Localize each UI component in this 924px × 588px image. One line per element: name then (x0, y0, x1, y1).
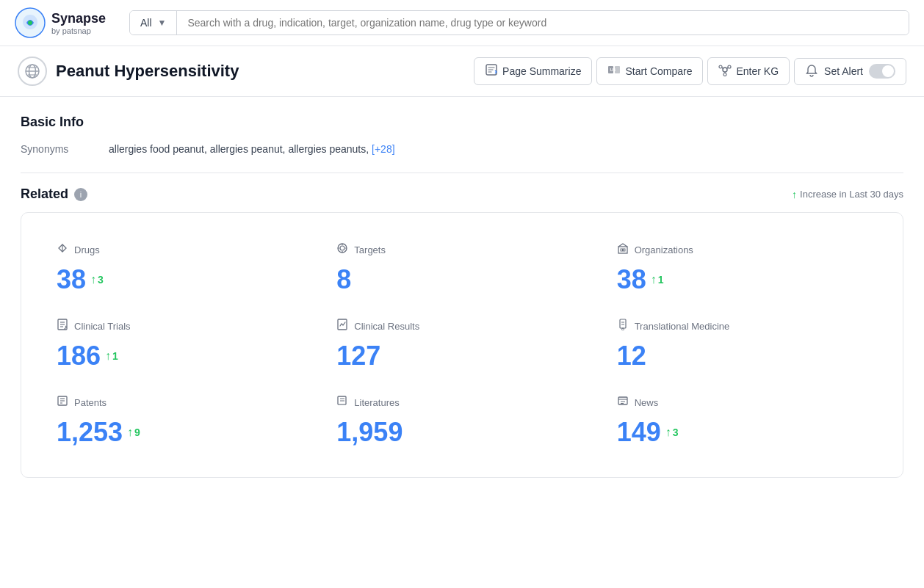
set-alert-area: Set Alert (794, 58, 906, 85)
synonyms-more-link[interactable]: [+28] (372, 143, 395, 155)
toolbar-actions: Page Summarize U5 Start Compare (474, 57, 906, 85)
basic-info-title: Basic Info (21, 115, 903, 130)
compare-icon: U5 (607, 63, 621, 79)
search-area: All ▼ (129, 10, 909, 35)
related-title-area: Related i (21, 186, 87, 202)
related-info-icon[interactable]: i (74, 188, 87, 201)
related-item-clinical-trials[interactable]: Clinical Trials 186 ↑ 1 (42, 307, 322, 383)
drugs-value: 38 (57, 264, 86, 295)
logo-text: Synapse by patsnap (51, 11, 106, 35)
logo-name: Synapse (51, 11, 106, 26)
increase-label: Increase in Last 30 days (800, 189, 903, 200)
related-item-literatures[interactable]: Literatures 1,959 (322, 383, 602, 460)
svg-point-36 (621, 328, 624, 330)
alert-icon (805, 64, 818, 79)
patents-label: Patents (74, 397, 107, 408)
related-item-translational-medicine[interactable]: Translational Medicine 12 (602, 307, 882, 383)
news-increase: ↑ 3 (665, 426, 679, 439)
related-item-clinical-results[interactable]: Clinical Results 127 (322, 307, 602, 383)
summarize-icon (485, 63, 498, 79)
literatures-icon (336, 395, 348, 410)
literatures-value: 1,959 (336, 417, 403, 448)
clinical-trials-label: Clinical Trials (74, 321, 131, 332)
related-item-targets[interactable]: Targets 8 (322, 231, 602, 307)
main-content: Basic Info Synonyms allergies food peanu… (0, 97, 924, 496)
targets-value: 8 (336, 264, 351, 295)
increase-arrow-icon: ↑ (792, 189, 797, 200)
svg-point-13 (728, 65, 731, 68)
related-item-drugs[interactable]: Drugs 38 ↑ 3 (42, 231, 322, 307)
logo-sub: by patsnap (51, 26, 106, 35)
svg-text:U5: U5 (610, 68, 616, 72)
synonyms-value: allergies food peanut, allergies peanut,… (109, 143, 395, 155)
drugs-icon (57, 242, 68, 257)
related-card: Drugs 38 ↑ 3 (21, 212, 903, 478)
clinical-trials-increase: ↑ 1 (105, 349, 118, 363)
literatures-label: Literatures (354, 397, 399, 408)
logo-icon (15, 7, 46, 38)
organizations-label: Organizations (635, 244, 693, 255)
search-input[interactable] (177, 11, 909, 35)
svg-rect-27 (623, 249, 625, 251)
page-entity-icon (18, 57, 47, 86)
synonyms-label: Synonyms (21, 143, 94, 155)
chevron-down-icon: ▼ (158, 18, 167, 28)
search-type-label: All (140, 17, 152, 29)
enter-kg-label: Enter KG (736, 65, 779, 77)
svg-point-11 (723, 68, 727, 72)
clinical-results-label: Clinical Results (354, 321, 419, 332)
svg-point-12 (719, 65, 722, 68)
navbar: Synapse by patsnap All ▼ (0, 0, 924, 46)
svg-rect-33 (620, 319, 626, 328)
drugs-increase: ↑ 3 (90, 273, 104, 286)
targets-icon (336, 242, 348, 257)
news-label: News (635, 397, 659, 408)
logo-area: Synapse by patsnap (15, 7, 118, 38)
set-alert-label: Set Alert (824, 65, 863, 77)
translational-medicine-label: Translational Medicine (635, 321, 730, 332)
targets-label: Targets (354, 244, 386, 255)
svg-rect-26 (621, 249, 623, 251)
translational-medicine-icon (617, 319, 629, 333)
patents-icon (57, 395, 68, 410)
related-item-organizations[interactable]: Organizations 38 ↑ 1 (602, 231, 882, 307)
clinical-results-icon (336, 319, 348, 333)
enter-kg-button[interactable]: Enter KG (707, 57, 790, 85)
organizations-icon (617, 242, 629, 257)
related-item-patents[interactable]: Patents 1,253 ↑ 9 (42, 383, 322, 460)
related-header: Related i ↑ Increase in Last 30 days (21, 186, 903, 202)
translational-medicine-value: 12 (617, 341, 646, 371)
page-title: Peanut Hypersensitivity (56, 62, 239, 81)
organizations-increase: ↑ 1 (651, 273, 664, 286)
related-section: Related i ↑ Increase in Last 30 days (21, 186, 903, 478)
start-compare-label: Start Compare (625, 65, 692, 77)
patents-value: 1,253 (57, 417, 123, 448)
basic-info-section: Basic Info Synonyms allergies food peanu… (21, 115, 903, 155)
page-summarize-button[interactable]: Page Summarize (474, 57, 592, 85)
svg-point-20 (340, 246, 344, 250)
page-title-area: Peanut Hypersensitivity (18, 57, 474, 86)
clinical-results-value: 127 (336, 341, 380, 371)
patents-increase: ↑ 9 (127, 426, 140, 439)
news-icon (617, 395, 629, 410)
news-value: 149 (617, 417, 661, 448)
page-summarize-label: Page Summarize (502, 65, 581, 77)
related-title: Related (21, 186, 68, 202)
divider (21, 173, 903, 173)
related-item-news[interactable]: News 149 ↑ 3 (602, 383, 882, 460)
search-type-dropdown[interactable]: All ▼ (130, 11, 177, 35)
organizations-value: 38 (617, 264, 646, 295)
alert-toggle[interactable] (869, 64, 895, 79)
drugs-label: Drugs (74, 244, 100, 255)
start-compare-button[interactable]: U5 Start Compare (596, 57, 703, 85)
page-toolbar: Peanut Hypersensitivity Page Summarize U… (0, 46, 924, 97)
kg-icon (718, 63, 732, 79)
clinical-trials-value: 186 (57, 341, 101, 371)
svg-point-14 (723, 73, 726, 76)
svg-point-1 (28, 21, 32, 25)
clinical-trials-icon (57, 319, 68, 333)
synonyms-row: Synonyms allergies food peanut, allergie… (21, 143, 903, 155)
increase-badge: ↑ Increase in Last 30 days (792, 189, 903, 200)
